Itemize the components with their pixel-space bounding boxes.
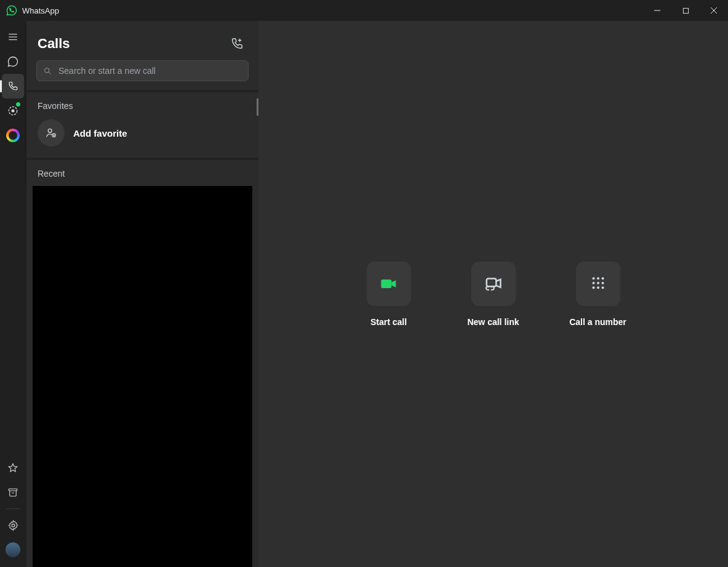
- content-pane: Start call New call link: [258, 21, 728, 567]
- status-icon: [7, 105, 19, 117]
- video-link-icon: [483, 273, 504, 294]
- nav-meta-ai[interactable]: [2, 123, 24, 148]
- window-controls: [643, 0, 728, 21]
- svg-point-28: [592, 286, 594, 289]
- recent-label: Recent: [26, 160, 258, 183]
- maximize-button[interactable]: [671, 0, 700, 21]
- svg-point-24: [601, 277, 604, 279]
- start-call-action[interactable]: Start call: [355, 262, 423, 327]
- svg-line-15: [49, 72, 50, 74]
- call-number-action[interactable]: Call a number: [564, 262, 632, 327]
- search-input[interactable]: [58, 66, 242, 76]
- nav-starred[interactable]: [2, 456, 24, 480]
- app-title: WhatsApp: [22, 6, 59, 15]
- hamburger-icon: [7, 31, 18, 42]
- close-button[interactable]: [700, 0, 728, 21]
- search-box[interactable]: [36, 60, 249, 81]
- add-favorite-label: Add favorite: [73, 128, 127, 139]
- titlebar: WhatsApp: [0, 0, 728, 21]
- call-actions-row: Start call New call link: [355, 262, 632, 327]
- gear-icon: [7, 520, 19, 531]
- call-number-tile[interactable]: [576, 262, 620, 306]
- svg-point-16: [48, 129, 52, 132]
- svg-point-11: [12, 524, 15, 527]
- search-icon: [43, 66, 52, 76]
- calls-panel: Calls Favorites: [26, 21, 258, 567]
- svg-point-25: [592, 281, 594, 284]
- svg-point-27: [601, 281, 604, 284]
- dialpad-icon: [589, 275, 607, 293]
- favorites-label: Favorites: [26, 92, 258, 116]
- new-call-link-tile[interactable]: [471, 262, 516, 306]
- svg-rect-9: [9, 489, 17, 491]
- phone-icon: [7, 81, 18, 92]
- person-plus-icon: [44, 126, 58, 140]
- svg-rect-1: [683, 8, 688, 13]
- new-call-button[interactable]: [226, 33, 247, 54]
- new-call-link-action[interactable]: New call link: [460, 262, 527, 327]
- search-container: [26, 60, 258, 90]
- nav-settings[interactable]: [2, 513, 24, 537]
- svg-point-30: [601, 286, 604, 289]
- meta-ai-icon: [6, 129, 20, 142]
- nav-rail: [0, 21, 26, 567]
- archive-icon: [7, 487, 18, 498]
- recent-list: [33, 186, 252, 567]
- nav-archive[interactable]: [2, 480, 24, 505]
- start-call-tile[interactable]: [367, 262, 411, 306]
- status-badge-dot-icon: [16, 102, 20, 107]
- star-icon: [7, 462, 18, 473]
- nav-divider: [6, 509, 20, 509]
- nav-menu[interactable]: [2, 25, 24, 49]
- calls-header: Calls: [26, 21, 258, 60]
- svg-rect-20: [381, 279, 391, 288]
- video-icon: [378, 273, 399, 294]
- phone-plus-icon: [230, 37, 244, 50]
- scrollbar-thumb[interactable]: [257, 99, 258, 116]
- call-number-label: Call a number: [569, 317, 626, 327]
- favorites-label-text: Favorites: [38, 101, 73, 111]
- minimize-button[interactable]: [643, 0, 671, 21]
- add-favorite-avatar: [38, 119, 65, 147]
- new-call-link-label: New call link: [467, 317, 519, 327]
- svg-point-26: [597, 281, 599, 284]
- nav-profile[interactable]: [2, 537, 24, 562]
- nav-status[interactable]: [2, 99, 24, 123]
- add-favorite-row[interactable]: Add favorite: [26, 116, 258, 158]
- recent-label-text: Recent: [38, 169, 65, 179]
- svg-point-8: [12, 110, 15, 113]
- svg-rect-21: [486, 278, 496, 286]
- calls-title: Calls: [38, 36, 70, 52]
- avatar-icon: [6, 542, 20, 557]
- start-call-label: Start call: [370, 317, 407, 327]
- svg-point-23: [597, 277, 599, 279]
- svg-point-22: [592, 277, 594, 279]
- main-area: Calls Favorites: [0, 21, 728, 567]
- svg-point-14: [45, 68, 50, 73]
- nav-chats[interactable]: [2, 49, 24, 74]
- whatsapp-logo-icon: [6, 5, 17, 16]
- nav-calls[interactable]: [2, 74, 24, 99]
- svg-point-29: [597, 286, 599, 289]
- chat-icon: [7, 55, 19, 68]
